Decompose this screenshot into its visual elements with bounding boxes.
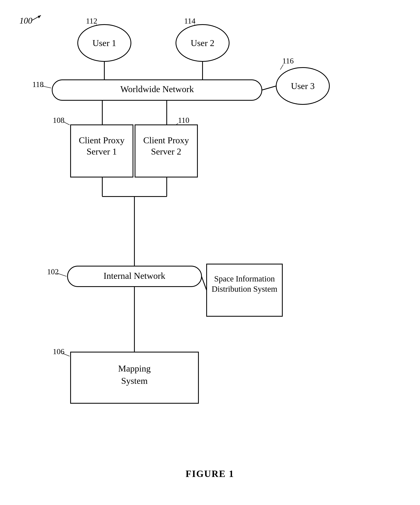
ref-106: 106 (53, 347, 64, 356)
ref-108: 108 (53, 116, 64, 125)
ref-114: 114 (184, 17, 196, 25)
user1-label: User 1 (93, 38, 116, 48)
ref-112: 112 (86, 17, 97, 25)
network-to-user3-line (262, 86, 276, 90)
user3-label: User 3 (291, 81, 315, 91)
mapping-system-label1: Mapping (118, 364, 151, 374)
ref-116: 116 (282, 57, 294, 65)
internal-to-sids-line (202, 276, 207, 290)
client-proxy-server1-label1: Client Proxy (79, 135, 125, 145)
client-proxy-server2-label1: Client Proxy (143, 135, 189, 145)
diagram-container: 100 112 User 1 114 User 2 116 User 3 118… (0, 0, 420, 505)
svg-marker-1 (38, 15, 41, 19)
mapping-system-label2: System (121, 376, 148, 386)
user2-label: User 2 (191, 38, 214, 48)
client-proxy-server1-label2: Server 1 (86, 146, 117, 157)
space-info-dist-label2: Distribution System (211, 284, 277, 294)
ref-102: 102 (47, 267, 59, 276)
ref-110: 110 (178, 116, 189, 125)
worldwide-network-label: Worldwide Network (120, 84, 194, 94)
ref-118: 118 (32, 80, 44, 89)
client-proxy-server2-label2: Server 2 (151, 146, 181, 157)
internal-network-label: Internal Network (104, 271, 165, 281)
svg-line-4 (280, 64, 283, 69)
figure-number: 100 (19, 16, 32, 25)
space-info-dist-label1: Space Information (214, 274, 275, 283)
figure-label: FIGURE 1 (185, 468, 234, 479)
